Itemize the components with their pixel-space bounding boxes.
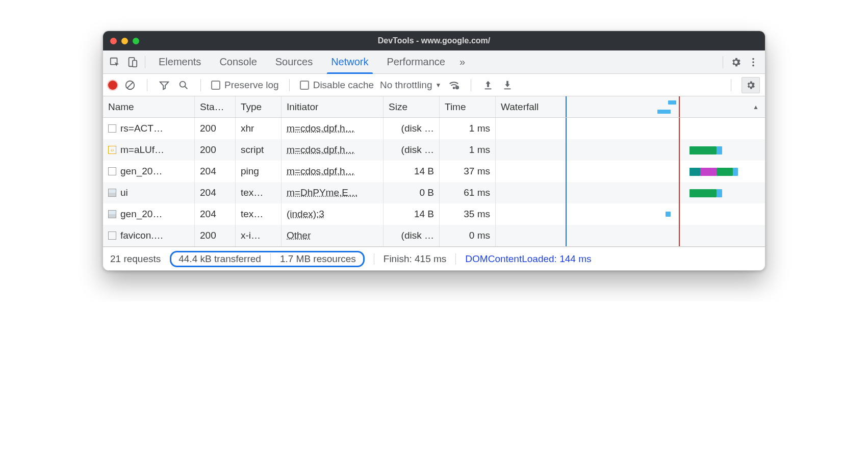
preserve-log-label: Preserve log xyxy=(224,80,279,91)
load-line xyxy=(679,182,680,203)
inspect-element-icon[interactable] xyxy=(106,54,123,71)
preserve-log-checkbox[interactable]: Preserve log xyxy=(211,80,279,91)
record-button[interactable] xyxy=(108,81,117,90)
cell-type: tex… xyxy=(236,203,282,225)
initiator-link[interactable]: m=cdos,dpf,h… xyxy=(287,144,355,156)
cell-status: 204 xyxy=(195,161,236,182)
load-line xyxy=(679,118,680,139)
initiator-link[interactable]: Other xyxy=(287,230,311,241)
tab-network[interactable]: Network xyxy=(322,50,377,74)
network-toolbar: Preserve log Disable cache No throttling… xyxy=(103,74,765,96)
cell-name: ui xyxy=(103,182,195,203)
cell-waterfall xyxy=(496,203,765,225)
col-waterfall[interactable]: Waterfall ▲ xyxy=(496,96,765,117)
filter-icon[interactable] xyxy=(158,79,171,92)
close-window-button[interactable] xyxy=(110,38,117,44)
tab-elements[interactable]: Elements xyxy=(149,50,210,74)
img-icon xyxy=(108,210,116,218)
separator xyxy=(723,56,723,68)
search-icon[interactable] xyxy=(177,79,190,92)
load-line xyxy=(679,161,680,182)
separator xyxy=(731,79,731,91)
more-tabs-button[interactable]: » xyxy=(454,56,470,68)
col-size[interactable]: Size xyxy=(384,96,440,117)
main-tabs: ElementsConsoleSourcesNetworkPerformance… xyxy=(103,50,765,74)
load-line xyxy=(679,139,680,161)
chevron-down-icon: ▼ xyxy=(435,82,441,89)
waterfall-bar xyxy=(733,168,738,176)
cell-name: favicon.… xyxy=(103,225,195,246)
dcl-line xyxy=(566,161,567,182)
waterfall-bar xyxy=(666,212,671,217)
cell-status: 200 xyxy=(195,139,236,161)
cell-type: script xyxy=(236,139,282,161)
svg-rect-11 xyxy=(504,88,511,89)
waterfall-header-bars xyxy=(496,96,765,117)
cell-name: rs=ACT… xyxy=(103,118,195,139)
window-title: DevTools - www.google.com/ xyxy=(103,36,765,45)
requests-table: Name Sta… Type Initiator Size Time Water… xyxy=(103,96,765,247)
col-initiator[interactable]: Initiator xyxy=(282,96,384,117)
device-toggle-icon[interactable] xyxy=(123,54,141,71)
status-finish: Finish: 415 ms xyxy=(384,253,447,265)
tab-console[interactable]: Console xyxy=(210,50,266,74)
separator xyxy=(289,79,290,91)
table-row[interactable]: ui204tex…m=DhPYme,E…0 B61 ms xyxy=(103,182,765,203)
initiator-link[interactable]: (index):3 xyxy=(287,209,324,220)
request-name: favicon.… xyxy=(120,230,163,241)
col-time[interactable]: Time xyxy=(440,96,496,117)
throttling-select[interactable]: No throttling ▼ xyxy=(380,80,441,91)
separator xyxy=(200,79,201,91)
table-row[interactable]: gen_20…204pingm=cdos,dpf,h…14 B37 ms xyxy=(103,161,765,182)
dcl-line xyxy=(566,96,567,117)
table-row[interactable]: rs=ACT…200xhrm=cdos,dpf,h…(disk …1 ms xyxy=(103,118,765,139)
cell-time: 37 ms xyxy=(440,161,496,182)
cell-status: 204 xyxy=(195,203,236,225)
cell-name: gen_20… xyxy=(103,161,195,182)
cell-initiator: m=cdos,dpf,h… xyxy=(282,161,384,182)
wifi-settings-icon[interactable] xyxy=(447,79,461,92)
svg-point-8 xyxy=(453,87,455,89)
tab-sources[interactable]: Sources xyxy=(266,50,322,74)
separator xyxy=(455,253,456,265)
cell-type: tex… xyxy=(236,182,282,203)
checkbox-icon xyxy=(300,81,309,90)
cell-type: x-i… xyxy=(236,225,282,246)
download-icon[interactable] xyxy=(501,79,514,92)
network-settings-icon[interactable] xyxy=(742,77,760,93)
cell-time: 61 ms xyxy=(440,182,496,203)
table-row[interactable]: ‹›m=aLUf…200scriptm=cdos,dpf,h…(disk …1 … xyxy=(103,139,765,161)
initiator-link[interactable]: m=cdos,dpf,h… xyxy=(287,166,355,177)
disable-cache-checkbox[interactable]: Disable cache xyxy=(300,80,374,91)
cell-size: 0 B xyxy=(384,182,440,203)
cell-time: 35 ms xyxy=(440,203,496,225)
waterfall-mark xyxy=(657,110,671,114)
clear-icon[interactable] xyxy=(123,79,137,92)
col-status[interactable]: Sta… xyxy=(195,96,236,117)
initiator-link[interactable]: m=cdos,dpf,h… xyxy=(287,123,355,134)
settings-gear-icon[interactable] xyxy=(727,54,745,71)
tab-performance[interactable]: Performance xyxy=(378,50,455,74)
cell-initiator: m=cdos,dpf,h… xyxy=(282,139,384,161)
upload-icon[interactable] xyxy=(481,79,495,92)
cell-status: 200 xyxy=(195,225,236,246)
request-name: ui xyxy=(120,187,128,198)
cell-status: 204 xyxy=(195,182,236,203)
col-type[interactable]: Type xyxy=(236,96,282,117)
waterfall-bar xyxy=(690,168,700,176)
dcl-line xyxy=(566,139,567,161)
col-name[interactable]: Name xyxy=(103,96,195,117)
cell-name: gen_20… xyxy=(103,203,195,225)
table-row[interactable]: favicon.…200x-i…Other(disk …0 ms xyxy=(103,225,765,246)
load-line xyxy=(679,203,680,225)
table-row[interactable]: gen_20…204tex…(index):314 B35 ms xyxy=(103,203,765,225)
cell-size: 14 B xyxy=(384,203,440,225)
status-resources: 1.7 MB resources xyxy=(280,253,356,265)
svg-rect-2 xyxy=(133,60,137,67)
checkbox-icon xyxy=(211,81,220,90)
initiator-link[interactable]: m=DhPYme,E… xyxy=(287,187,358,198)
more-options-icon[interactable] xyxy=(745,54,762,71)
status-highlight: 44.4 kB transferred 1.7 MB resources xyxy=(170,251,365,267)
zoom-window-button[interactable] xyxy=(133,38,139,44)
minimize-window-button[interactable] xyxy=(121,38,128,44)
